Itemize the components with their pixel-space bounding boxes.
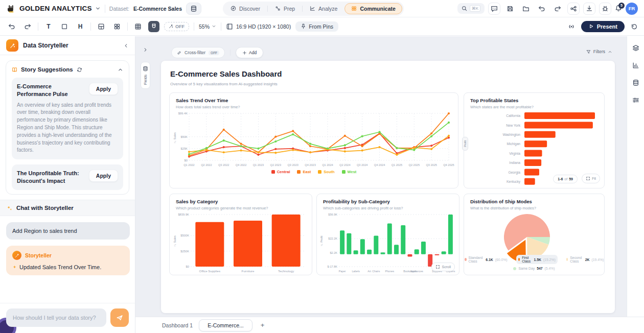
snap-toggle-button[interactable] xyxy=(148,21,159,32)
ai-assist-toggle[interactable]: OFF xyxy=(164,22,189,31)
legend-item[interactable]: First Class1.5K(15.2%) xyxy=(516,255,558,264)
zoom-select[interactable]: 55% xyxy=(199,23,216,30)
database-icon[interactable] xyxy=(632,79,639,86)
refresh-icon[interactable] xyxy=(77,67,82,73)
tab-analyze[interactable]: Analyze xyxy=(304,4,343,14)
chat-with-storyteller-header[interactable]: Chat with Storyteller xyxy=(0,200,135,216)
legend-item[interactable]: West xyxy=(342,170,357,174)
rectangle-icon xyxy=(61,23,68,30)
legend-item[interactable]: South xyxy=(318,170,334,174)
svg-text:$-17.8K: $-17.8K xyxy=(327,265,337,268)
dashboard-sheet: E-Commerce Sales Dashboard Overview of 5… xyxy=(161,61,615,313)
suggestion-card[interactable]: The Unprofitable Truth: Discount's Impac… xyxy=(12,164,123,190)
chart-columns-icon[interactable] xyxy=(632,62,639,69)
app-logo[interactable]: GOLDEN ANALYTICS xyxy=(6,4,101,14)
svg-text:$50K: $50K xyxy=(180,135,188,138)
legend-item[interactable]: Same Day547(5.4%) xyxy=(511,266,557,271)
tab-prep[interactable]: Prep xyxy=(269,4,301,14)
layers-icon[interactable] xyxy=(632,44,639,52)
chat-input[interactable] xyxy=(6,308,106,327)
undo-canvas-button[interactable] xyxy=(6,21,17,32)
open-button[interactable] xyxy=(520,3,532,15)
legend-item[interactable]: East xyxy=(297,170,311,174)
notifications-button[interactable]: 5 xyxy=(615,5,622,13)
svg-text:Q4 2025: Q4 2025 xyxy=(443,163,454,167)
legend-item[interactable]: Second Class2K(19.4%) xyxy=(564,255,606,264)
add-widget-button[interactable]: Add xyxy=(236,47,263,58)
suggestion-card[interactable]: E-Commerce Performance Pulse Apply An ov… xyxy=(12,78,123,159)
storyteller-avatar-icon xyxy=(12,251,21,260)
chart-card-profit-by-subcategory[interactable]: Profitability by Sub-Category Which sub-… xyxy=(316,194,459,275)
scroll-button[interactable]: Scroll xyxy=(431,263,455,271)
assistant-message: Storyteller Updated Sales Trend Over Tim… xyxy=(6,246,130,275)
svg-text:Q1 2022: Q1 2022 xyxy=(183,163,194,167)
chevron-down-icon[interactable] xyxy=(95,6,101,11)
svg-text:$2.2K: $2.2K xyxy=(330,251,337,254)
fit-button[interactable]: Fit xyxy=(582,174,600,183)
chevron-right-icon xyxy=(143,47,148,53)
comment-icon xyxy=(491,5,498,12)
expand-panel-button[interactable] xyxy=(140,44,150,55)
dataset-database-button[interactable] xyxy=(186,3,201,15)
reset-icon[interactable] xyxy=(631,23,638,30)
suggestion-title: E-Commerce Performance Pulse xyxy=(17,83,85,98)
wand-icon xyxy=(169,24,173,29)
axis-handle[interactable]: Profit xyxy=(462,137,468,151)
tab-dashboard-1[interactable]: Dashboard 1 xyxy=(162,322,193,328)
from-pins-button[interactable]: From Pins xyxy=(295,21,338,32)
chart-card-ship-modes[interactable]: Distribution of Ship Modes What is the d… xyxy=(464,194,605,275)
database-icon xyxy=(143,66,148,72)
redo-canvas-button[interactable] xyxy=(22,21,33,32)
legend-item[interactable]: Central xyxy=(271,170,290,174)
sliders-icon[interactable] xyxy=(632,97,639,104)
undo-button[interactable] xyxy=(536,3,548,15)
comments-button[interactable] xyxy=(488,3,500,15)
cross-filter-state: OFF xyxy=(209,51,219,55)
chart-card-sales-by-category[interactable]: Sales by Category Which product categori… xyxy=(169,194,312,275)
apply-button[interactable]: Apply xyxy=(89,83,118,95)
search-input[interactable]: ⌘K xyxy=(457,3,485,14)
dataset-value[interactable]: E-Commerce Sales xyxy=(133,6,182,12)
debug-button[interactable] xyxy=(599,3,611,15)
cross-filter-toggle[interactable]: Cross-filter OFF xyxy=(171,47,225,58)
pagination[interactable]: 1-6of59 xyxy=(553,175,578,183)
layout-rows-button[interactable] xyxy=(96,21,107,32)
share-button[interactable] xyxy=(567,3,580,15)
collapse-suggestions-icon[interactable] xyxy=(118,67,123,73)
broadcast-icon[interactable] xyxy=(568,23,575,30)
chart-subtitle: Which product categories generate the mo… xyxy=(176,206,306,210)
canvas-size-select[interactable]: 16:9 HD (1920 × 1080) xyxy=(226,23,291,30)
tab-ecommerce[interactable]: E-Commerce... xyxy=(199,319,252,331)
text-tool-button[interactable]: T xyxy=(43,21,54,32)
add-tab-button[interactable]: + xyxy=(259,321,267,329)
redo-button[interactable] xyxy=(551,3,564,15)
layout-grid-button[interactable] xyxy=(111,21,123,32)
tab-discover[interactable]: Discover xyxy=(224,4,266,14)
filters-button[interactable]: Filters xyxy=(586,49,612,54)
bug-icon xyxy=(602,5,609,12)
present-button[interactable]: Present xyxy=(581,21,625,32)
heading-tool-button[interactable]: H xyxy=(75,21,86,32)
chevron-down-icon xyxy=(212,24,216,29)
fields-tab[interactable]: Fields xyxy=(141,62,150,89)
legend-item[interactable]: Standard Class6.1K(60.0%) xyxy=(463,255,510,264)
suggestion-title: The Unprofitable Truth: Discount's Impac… xyxy=(17,170,85,185)
dashboard-canvas[interactable]: Fields Cross-filter OFF Add xyxy=(135,36,627,317)
tab-communicate[interactable]: Communicate xyxy=(344,3,402,14)
present-label: Present xyxy=(597,23,617,30)
story-suggestions-panel: Story Suggestions E-Commerce Performance… xyxy=(6,60,129,195)
chart-card-sales-trend[interactable]: Sales Trend Over Time How does total sal… xyxy=(169,92,458,188)
tab-label: Discover xyxy=(239,6,260,12)
send-button[interactable] xyxy=(110,308,129,327)
svg-text:Q1 2023: Q1 2023 xyxy=(253,163,264,167)
avatar[interactable]: FR xyxy=(626,3,638,15)
apply-button[interactable]: Apply xyxy=(89,170,118,182)
save-button[interactable] xyxy=(504,3,516,15)
data-storyteller-panel: Data Storyteller Story Suggestions E-Com… xyxy=(0,36,135,333)
collapse-panel-icon[interactable] xyxy=(123,43,129,49)
grid-toggle-button[interactable] xyxy=(132,21,144,32)
shape-tool-button[interactable] xyxy=(59,21,70,32)
play-icon xyxy=(588,23,594,29)
download-button[interactable] xyxy=(583,3,595,15)
chart-card-top-states[interactable]: Top Profitable States Which states are t… xyxy=(464,92,605,188)
